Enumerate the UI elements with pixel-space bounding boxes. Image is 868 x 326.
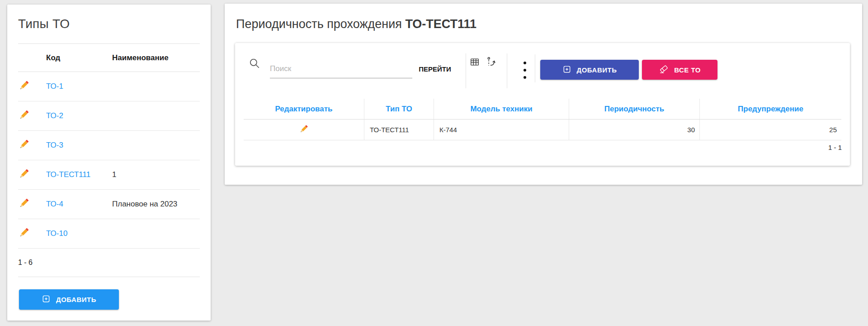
panel-title: Типы ТО [18,17,70,31]
column-header-warning[interactable]: Предупреждение [700,99,841,119]
pagination-right: 1 - 1 [828,144,842,151]
column-header-type[interactable]: Тип ТО [364,99,434,119]
table-row: ТО-3 [18,131,200,160]
edit-pencil-icon[interactable] [18,168,39,182]
cell-warning: 25 [700,120,841,140]
cell-periodicity: 30 [569,120,700,140]
to-type-link[interactable]: ТО-2 [39,111,105,120]
column-header-edit[interactable]: Редактировать [244,99,364,119]
edit-pencil-icon[interactable] [18,197,39,211]
to-type-link[interactable]: ТО-3 [39,141,105,150]
go-button[interactable]: ПЕРЕЙТИ [413,59,457,78]
table-row: ТО-ТЕСТ111 1 [18,160,200,190]
table-row: ТО-2 [18,101,200,131]
name-column-header: Наименование [105,53,200,62]
to-type-link[interactable]: ТО-1 [39,82,105,91]
all-to-button-label: ВСЕ ТО [674,66,701,74]
add-periodicity-button[interactable]: ДОБАВИТЬ [540,60,639,80]
plus-square-icon [42,294,51,305]
to-type-link[interactable]: ТО-ТЕСТ111 [39,170,105,179]
cell-type: ТО-ТЕСТ111 [364,120,434,140]
column-header-periodicity[interactable]: Периодичность [569,99,700,119]
column-header-model[interactable]: Модель техники [434,99,569,119]
search-input[interactable] [270,59,412,78]
eraser-icon [659,64,669,76]
add-button-label: ДОБАВИТЬ [56,296,96,303]
kebab-menu-icon[interactable] [519,62,530,79]
to-type-name: Плановое на 2023 [105,200,200,209]
to-types-panel: Типы ТО Код Наименование ТО-1 ТО-2 ТО-3 … [7,5,211,321]
edit-pencil-icon[interactable] [18,109,39,123]
to-type-link[interactable]: ТО-10 [39,229,105,238]
to-types-header: Типы ТО [18,5,200,44]
report-table: Редактировать Тип ТО Модель техники Пери… [244,99,841,140]
page-title-light: Периодичность прохождения [236,17,402,31]
code-column-header: Код [39,53,105,62]
cell-model: К-744 [434,120,569,140]
all-to-button[interactable]: ВСЕ ТО [642,60,717,80]
left-panel-footer: ДОБАВИТЬ [18,277,200,310]
pagination-left: 1 - 6 [18,249,200,277]
edit-pencil-icon[interactable] [18,227,39,241]
table-row: ТО-1 [18,72,200,101]
page-title: Периодичность прохождения ТО-ТЕСТ111 [236,17,476,31]
add-button-label: ДОБАВИТЬ [577,66,617,74]
search-icon [249,58,260,71]
toolbar-divider [466,53,466,88]
periodicity-panel: Периодичность прохождения ТО-ТЕСТ111 ПЕР… [225,4,862,185]
toolbar-divider [507,53,507,88]
edit-pencil-icon[interactable] [299,124,309,136]
table-row: ТО-10 [18,219,200,249]
route-go-icon[interactable] [486,56,498,67]
table-row: ТО-4 Плановое на 2023 [18,190,200,219]
plus-square-icon [562,65,571,75]
to-type-link[interactable]: ТО-4 [39,200,105,209]
interactive-report-card: ПЕРЕЙТИ ДОБАВИТЬ ВСЕ ТО Редактировать Ти… [235,43,850,166]
edit-pencil-icon[interactable] [18,80,39,94]
grid-report-icon[interactable] [470,57,480,67]
to-types-table-header: Код Наименование [18,44,200,72]
to-type-name: 1 [105,170,200,179]
page-title-bold: ТО-ТЕСТ111 [405,17,476,31]
edit-pencil-icon[interactable] [18,139,39,153]
add-to-type-button[interactable]: ДОБАВИТЬ [19,289,119,310]
table-row: ТО-ТЕСТ111 К-744 30 25 [244,120,841,140]
report-table-header: Редактировать Тип ТО Модель техники Пери… [244,99,841,120]
toolbar-divider [535,54,535,82]
